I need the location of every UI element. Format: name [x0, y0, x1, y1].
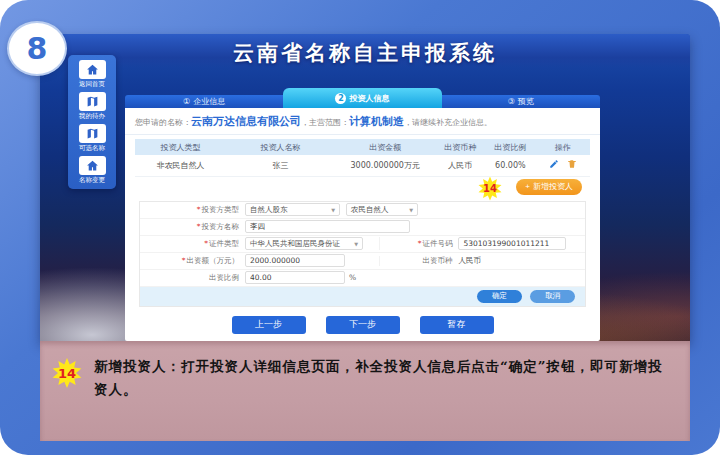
- callout-marker-14: 14: [52, 358, 82, 388]
- prev-step-button[interactable]: 上一步: [232, 316, 306, 334]
- amount-field[interactable]: [245, 254, 345, 267]
- form-panel: ① 企业信息 2 投资人信息 ③ 预览 您申请的名称：云南万达信息有限公司，主营…: [125, 88, 600, 341]
- applied-company-name: 云南万达信息有限公司: [191, 115, 301, 128]
- home-icon: [79, 60, 106, 79]
- col-investor-name: 投资人名称: [226, 139, 335, 155]
- add-investor-button[interactable]: + 新增投资人: [516, 179, 582, 195]
- cert-no-label: *证件号码: [380, 239, 458, 249]
- col-currency: 出资币种: [435, 139, 485, 155]
- step-number-badge: 8: [7, 21, 67, 76]
- tab-investor-info[interactable]: 2 投资人信息: [283, 88, 441, 108]
- currency-value: 人民币: [458, 256, 481, 266]
- investor-subtype-select[interactable]: 农民自然人 ▼: [346, 203, 418, 216]
- amount-label: *出资额（万元）: [140, 256, 245, 266]
- cell-currency: 人民币: [435, 155, 485, 176]
- investor-table: 投资人类型 投资人名称 出资金额 出资币种 出资比例 操作 非农民自然人 张三: [135, 139, 590, 177]
- investor-detail-form: *投资方类型 自然人股东 ▼ 农民自然人 ▼ *投资方名称: [139, 201, 586, 307]
- browser-screenshot: 云南省名称自主申报系统 返回首页 我的待办 可选名称: [40, 34, 690, 341]
- cert-type-label: *证件类型: [140, 239, 245, 249]
- book-icon: [79, 124, 106, 143]
- page-title: 云南省名称自主申报系统: [40, 39, 690, 67]
- tab-number: 2: [335, 93, 346, 104]
- col-ratio: 出资比例: [485, 139, 535, 155]
- scope-label: ，主营范围：: [301, 118, 349, 127]
- annotation-text: 新增投资人：打开投资人详细信息页面，补全投资人信息后点击“确定”按钮，即可新增投…: [94, 355, 669, 401]
- step-tabs: ① 企业信息 2 投资人信息 ③ 预览: [125, 88, 600, 108]
- cancel-button[interactable]: 取消: [530, 290, 575, 303]
- applied-name-summary: 您申请的名称：云南万达信息有限公司，主营范围：计算机制造，请继续补充企业信息。: [125, 108, 600, 135]
- tab-label: 预览: [518, 96, 534, 107]
- tab-number: ①: [183, 97, 190, 106]
- business-scope: 计算机制造: [349, 115, 404, 128]
- save-draft-button[interactable]: 暂存: [420, 316, 494, 334]
- investor-name-field[interactable]: [245, 220, 410, 233]
- sidebar-item-label: 我的待办: [79, 112, 105, 121]
- form-footer: 确定 取消: [140, 287, 585, 306]
- investor-type-label: *投资方类型: [140, 205, 245, 215]
- wizard-nav: 上一步 下一步 暂存: [125, 316, 600, 334]
- cert-no-field[interactable]: [458, 237, 566, 250]
- sidebar-item-label: 名称变更: [79, 176, 105, 185]
- sidebar-item-names[interactable]: 可选名称: [79, 124, 106, 153]
- edit-icon[interactable]: [549, 159, 559, 169]
- summary-tail: ，请继续补充企业信息。: [404, 118, 492, 127]
- cell-amount: 3000.000000万元: [335, 155, 435, 176]
- sidebar-item-name-change[interactable]: 名称变更: [79, 156, 106, 185]
- add-investor-row: 14 + 新增投资人: [135, 177, 590, 201]
- table-row: 非农民自然人 张三 3000.000000万元 人民币 60.00%: [135, 155, 590, 176]
- col-actions: 操作: [535, 139, 590, 155]
- applied-name-label: 您申请的名称：: [135, 118, 191, 127]
- tab-preview[interactable]: ③ 预览: [442, 95, 600, 108]
- plus-icon: +: [525, 182, 530, 191]
- cert-type-select[interactable]: 中华人民共和国居民身份证 ▼: [245, 237, 363, 250]
- percent-unit: %: [349, 273, 356, 282]
- sidebar-item-label: 返回首页: [79, 80, 105, 89]
- cell-ratio: 60.00%: [485, 155, 535, 176]
- home-icon: [79, 156, 106, 175]
- step-number: 8: [27, 31, 48, 66]
- ratio-label: 出资比例: [140, 273, 245, 283]
- investor-table-header: 投资人类型 投资人名称 出资金额 出资币种 出资比例 操作: [135, 139, 590, 155]
- next-step-button[interactable]: 下一步: [326, 316, 400, 334]
- chevron-down-icon: ▼: [331, 207, 335, 213]
- ratio-field[interactable]: [245, 271, 345, 284]
- cell-investor-type: 非农民自然人: [135, 155, 226, 176]
- col-investor-type: 投资人类型: [135, 139, 226, 155]
- chevron-down-icon: ▼: [409, 207, 413, 213]
- col-amount: 出资金额: [335, 139, 435, 155]
- panel-body: 您申请的名称：云南万达信息有限公司，主营范围：计算机制造，请继续补充企业信息。 …: [125, 108, 600, 341]
- tab-label: 投资人信息: [349, 93, 389, 104]
- tab-label: 企业信息: [193, 96, 225, 107]
- delete-icon[interactable]: [567, 159, 577, 169]
- sidebar-item-home[interactable]: 返回首页: [79, 60, 106, 89]
- sidebar-item-todo[interactable]: 我的待办: [79, 92, 106, 121]
- currency-label: 出资币种: [380, 256, 458, 266]
- sidebar-item-label: 可选名称: [79, 144, 105, 153]
- chevron-down-icon: ▼: [354, 241, 358, 247]
- add-investor-label: 新增投资人: [533, 181, 573, 192]
- tutorial-slide: 8 云南省名称自主申报系统 返回首页 我的待办 可选名称: [0, 0, 720, 455]
- investor-type-select[interactable]: 自然人股东 ▼: [245, 203, 340, 216]
- confirm-button[interactable]: 确定: [477, 290, 522, 303]
- marker-number: 14: [483, 183, 497, 194]
- marker-number: 14: [58, 366, 76, 381]
- callout-marker-14: 14: [478, 177, 502, 201]
- investor-name-label: *投资方名称: [140, 222, 245, 232]
- annotation-band: 14 新增投资人：打开投资人详细信息页面，补全投资人信息后点击“确定”按钮，即可…: [40, 341, 690, 441]
- cell-investor-name: 张三: [226, 155, 335, 176]
- floating-sidebar: 返回首页 我的待办 可选名称 名称变更: [68, 55, 116, 189]
- book-icon: [79, 92, 106, 111]
- tab-number: ③: [508, 97, 515, 106]
- tab-company-info[interactable]: ① 企业信息: [125, 95, 283, 108]
